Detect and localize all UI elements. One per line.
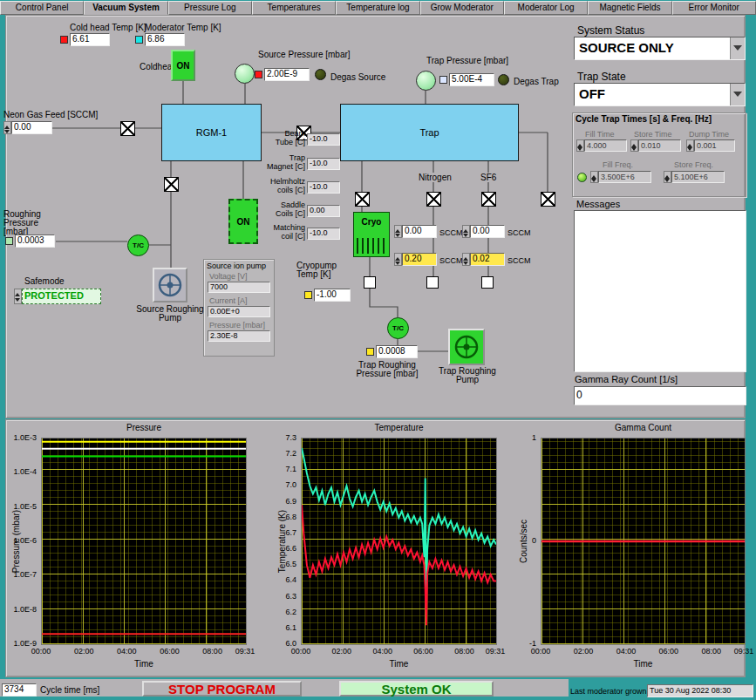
moderator-indicator [135, 36, 143, 44]
spinner-arrows-icon[interactable] [394, 253, 402, 266]
safemode-selector[interactable]: PROTECTED [14, 289, 101, 304]
system-status-value[interactable]: SOURCE ONLY [575, 37, 730, 59]
y-axis-ticks: 10-1 [509, 438, 539, 645]
ion-pump-on-button[interactable]: ON [228, 199, 258, 244]
y-tick: 6.9 [285, 497, 296, 506]
trap-state-dropdown[interactable]: OFF [574, 83, 746, 106]
trap-state-header: Trap State [577, 71, 626, 83]
trap-state-value[interactable]: OFF [575, 84, 730, 105]
spinner-arrows-icon[interactable] [462, 225, 470, 238]
trap-thermocouple: T/C [387, 317, 409, 339]
x-tick: 00:00 [291, 647, 311, 656]
store-freq-value[interactable]: 5.100E+6 [671, 171, 725, 183]
spinner-arrows-icon[interactable] [14, 289, 22, 304]
nitrogen-flow-a-value[interactable]: 0.00 [402, 225, 437, 238]
spinner-arrows-icon[interactable] [630, 139, 638, 152]
store-freq-input[interactable]: 5.100E+6 [664, 171, 725, 183]
line-valve-icon[interactable] [481, 276, 494, 289]
x-axis-label: Time [41, 659, 247, 669]
beam-tube-label: Beam Tube [C] [265, 129, 305, 146]
source-pressure-indicator [255, 71, 262, 78]
tab-vacuum-system[interactable]: Vacuum System [84, 1, 167, 15]
spinner-arrows-icon[interactable] [590, 171, 598, 183]
store-time-value[interactable]: 0.010 [638, 139, 681, 152]
trap-pressure-gauge-icon [416, 71, 436, 91]
nitrogen-flow-b-value[interactable]: 0.20 [402, 253, 437, 266]
store-time-input[interactable]: 0.010 [630, 139, 681, 152]
tab-magnetic-fields[interactable]: Magnetic Fields [588, 1, 671, 15]
sf6-flow-b-input[interactable]: 0.02 [462, 253, 505, 266]
dump-time-input[interactable]: 0.001 [686, 139, 735, 152]
trap-roughing-pump-button[interactable] [448, 329, 485, 365]
x-tick: 06:00 [659, 647, 679, 656]
stop-program-button[interactable]: STOP PROGRAM [142, 681, 302, 697]
x-tick: 04:00 [117, 647, 137, 656]
vent-valve-icon[interactable] [541, 192, 555, 207]
gamma-count-chart: Gamma Count Counts/sec 10-1 00:0002:0004… [509, 421, 752, 676]
spinner-arrows-icon[interactable] [3, 121, 11, 134]
tab-pressure-log[interactable]: Pressure Log [168, 1, 252, 15]
neon-valve-icon[interactable] [120, 121, 135, 136]
last-moderator-label: Last moderator grown [570, 687, 647, 696]
ion-pressure-label: Pressure [mbar] [209, 321, 265, 330]
tab-temperature-log[interactable]: Temperature log [336, 1, 419, 15]
spinner-arrows-icon[interactable] [394, 225, 402, 238]
tab-error-monitor[interactable]: Error Monitor [672, 1, 756, 15]
sf6-flow-a-input[interactable]: 0.00 [462, 225, 505, 238]
nitrogen-valve-icon[interactable] [426, 192, 441, 207]
system-status-dropdown[interactable]: SOURCE ONLY [574, 37, 746, 60]
y-tick: 1.0E-8 [13, 605, 37, 614]
line-valve-icon[interactable] [426, 276, 439, 289]
dropdown-arrow-icon[interactable] [730, 37, 745, 59]
tab-control-panel[interactable]: Control Panel [0, 1, 84, 15]
fill-time-input[interactable]: 4.000 [576, 139, 627, 152]
fill-freq-value[interactable]: 3.500E+6 [598, 171, 651, 183]
y-tick: 1.0E-5 [13, 502, 37, 511]
ion-pressure-value: 2.30E-8 [208, 330, 270, 342]
safemode-label: Safemode [24, 276, 65, 286]
spinner-arrows-icon[interactable] [576, 139, 584, 152]
neon-gas-feed-input[interactable]: 0.00 [3, 121, 52, 134]
spinner-arrows-icon[interactable] [686, 139, 694, 152]
cryo-valve-icon[interactable] [355, 192, 370, 207]
tab-temperatures[interactable]: Temperatures [252, 1, 336, 15]
spinner-arrows-icon[interactable] [462, 253, 470, 266]
spinner-arrows-icon[interactable] [664, 171, 671, 183]
y-tick: 6.1 [285, 623, 296, 632]
cold-head-indicator [60, 36, 68, 44]
tab-grow-moderator[interactable]: Grow Moderator [420, 1, 504, 15]
dropdown-arrow-icon[interactable] [730, 84, 745, 105]
y-tick: 1.0E-3 [13, 433, 37, 442]
sf6-flow-b-value[interactable]: 0.02 [470, 253, 505, 266]
sf6-flow-a-value[interactable]: 0.00 [470, 225, 505, 238]
nitrogen-flow-a-input[interactable]: 0.00 [394, 225, 437, 238]
roughing-valve-icon[interactable] [164, 177, 179, 192]
degas-trap-led[interactable] [498, 74, 509, 85]
source-roughing-pump-button[interactable] [153, 268, 187, 302]
coldhead-on-button[interactable]: ON [171, 50, 195, 81]
ion-current-label: Current [A] [209, 296, 248, 305]
x-axis-label: Time [301, 659, 497, 669]
degas-source-led[interactable] [315, 69, 326, 80]
tab-moderator-log[interactable]: Moderator Log [504, 1, 588, 15]
sf6-valve-icon[interactable] [481, 192, 496, 207]
trap-roughing-pump-label: Trap Roughing Pump [434, 367, 501, 384]
fill-freq-input[interactable]: 3.500E+6 [590, 171, 651, 183]
y-tick: 6.3 [285, 592, 296, 601]
line-valve-icon[interactable] [364, 276, 376, 289]
y-tick: 6.8 [285, 513, 296, 521]
x-axis-ticks: 00:0002:0004:0006:0008:0009:31 [541, 647, 746, 657]
cryopump-temp-label: Cryopump Temp [K] [296, 262, 347, 279]
plot-area [301, 438, 497, 645]
safemode-value[interactable]: PROTECTED [22, 289, 101, 304]
dump-time-value[interactable]: 0.001 [694, 139, 735, 152]
sccm-unit-label: SCCM [439, 256, 463, 265]
cold-head-temp-label: Cold head Temp [K] [70, 23, 146, 32]
nitrogen-flow-b-input[interactable]: 0.20 [394, 253, 437, 266]
fill-time-value[interactable]: 4.000 [584, 139, 627, 152]
neon-gas-feed-value[interactable]: 0.00 [11, 121, 52, 134]
pressure-chart: Pressure Pressure (mbar) 1.0E-31.0E-41.0… [7, 421, 258, 676]
cryo-pump[interactable]: Cryo [353, 212, 390, 257]
ion-voltage-label: Voltage [V] [209, 272, 248, 281]
system-ok-button[interactable]: System OK [339, 681, 494, 697]
